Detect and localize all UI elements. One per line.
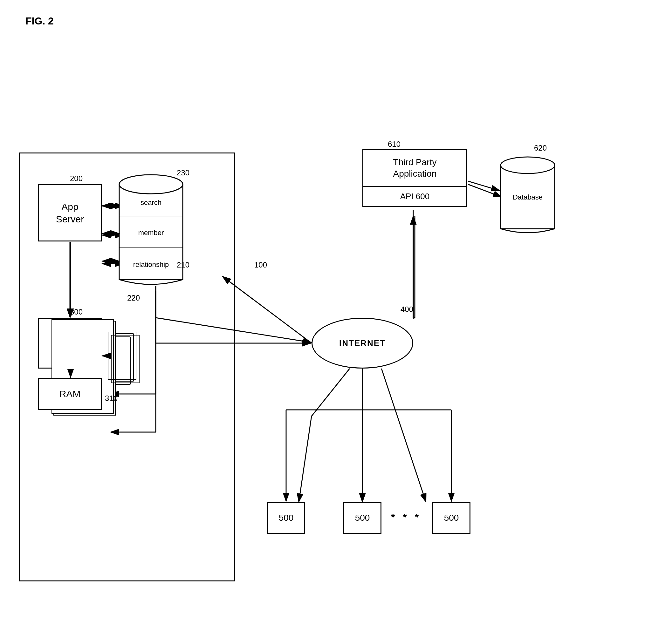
svg-line-17 — [311, 369, 350, 416]
client-box-1: 500 — [267, 502, 305, 534]
internet-ellipse: INTERNET — [311, 318, 413, 369]
figure-label: FIG. 2 — [25, 15, 54, 27]
svg-point-36 — [501, 157, 555, 174]
svg-point-29 — [119, 175, 183, 194]
client-label-2: 500 — [355, 513, 370, 523]
internet-label: INTERNET — [339, 338, 385, 348]
ref-310: 310 — [105, 394, 118, 403]
ref-230: 230 — [177, 169, 189, 177]
ref-620: 620 — [534, 143, 547, 153]
client-label-3: 500 — [444, 513, 459, 523]
ram-box: RAM — [38, 378, 102, 410]
app-server-box: App Server — [38, 184, 102, 241]
ref-100: 100 — [254, 260, 267, 269]
svg-text:Database: Database — [513, 193, 543, 201]
ref-210: 210 — [177, 260, 189, 269]
ref-400: 400 — [400, 305, 413, 314]
svg-text:relationship: relationship — [133, 260, 169, 269]
ref-200: 200 — [70, 174, 83, 183]
svg-text:search: search — [140, 199, 162, 207]
client-box-2: 500 — [343, 502, 381, 534]
db-cylinder-main: search member relationship — [118, 172, 184, 292]
dots-separator: * * * — [391, 511, 421, 523]
third-party-box: Third Party Application API 600 — [362, 149, 467, 207]
ref-220: 220 — [127, 294, 140, 303]
svg-line-49 — [468, 181, 500, 191]
client-label-1: 500 — [279, 513, 294, 523]
svg-line-16 — [468, 184, 501, 197]
svg-line-13 — [413, 318, 415, 318]
svg-line-15 — [223, 276, 311, 343]
svg-line-20 — [381, 369, 426, 502]
db-cylinder-620: Database — [499, 153, 556, 241]
svg-line-18 — [299, 416, 311, 502]
api-label: API 600 — [363, 187, 466, 206]
ref-610: 610 — [388, 140, 400, 149]
client-box-3: 500 — [432, 502, 471, 534]
app-server-label: App Server — [56, 200, 84, 225]
third-party-title: Third Party Application — [363, 150, 466, 187]
ref-300: 300 — [70, 308, 83, 316]
svg-text:member: member — [138, 229, 164, 237]
ram-label: RAM — [59, 389, 81, 399]
